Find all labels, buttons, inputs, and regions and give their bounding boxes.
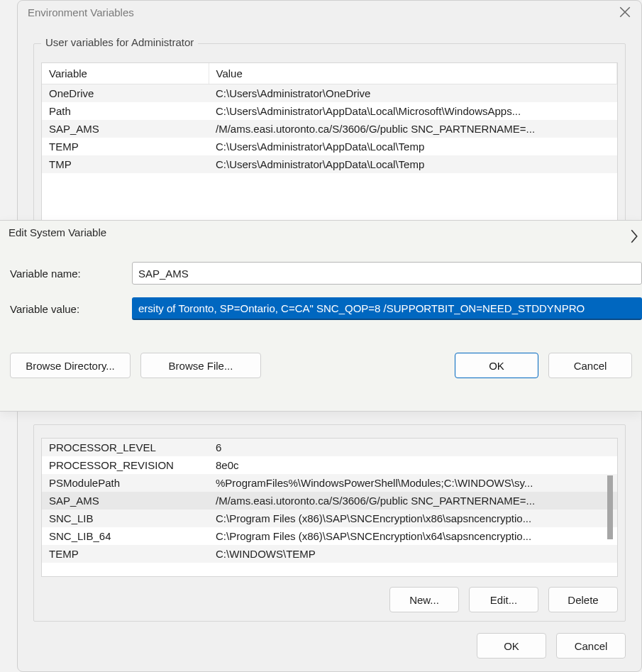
- table-row[interactable]: PSModulePath%ProgramFiles%\WindowsPowerS…: [42, 474, 617, 492]
- env-bottom-bar: OK Cancel: [18, 622, 641, 671]
- cell-variable: SNC_LIB_64: [42, 527, 209, 545]
- cell-value: 6: [209, 439, 617, 456]
- scroll-thumb[interactable]: [607, 475, 613, 539]
- table-row[interactable]: TEMPC:\Users\Administrator\AppData\Local…: [42, 138, 617, 155]
- table-row[interactable]: PathC:\Users\Administrator\AppData\Local…: [42, 102, 617, 120]
- system-variables-table[interactable]: PROCESSOR_LEVEL6PROCESSOR_REVISION8e0cPS…: [41, 438, 618, 577]
- cell-value: C:\Users\Administrator\AppData\Local\Tem…: [209, 155, 617, 173]
- env-title: Environment Variables: [28, 6, 134, 18]
- chevron-right-icon: [629, 229, 639, 243]
- variable-value-input[interactable]: [132, 297, 642, 320]
- cell-variable: SAP_AMS: [42, 120, 209, 138]
- close-icon[interactable]: [619, 6, 631, 18]
- variable-name-input[interactable]: [132, 262, 642, 285]
- cell-value: C:\WINDOWS\TEMP: [209, 545, 617, 563]
- cell-value: %ProgramFiles%\WindowsPowerShell\Modules…: [209, 474, 617, 492]
- system-table-scrollbar[interactable]: [604, 439, 616, 576]
- cell-variable: PROCESSOR_LEVEL: [42, 439, 209, 456]
- env-cancel-button[interactable]: Cancel: [556, 633, 626, 659]
- variable-name-label: Variable name:: [10, 268, 132, 280]
- edit-titlebar: Edit System Variable: [0, 221, 642, 243]
- cell-variable: TMP: [42, 155, 209, 173]
- cell-variable: PSModulePath: [42, 474, 209, 492]
- cell-value: C:\Users\Administrator\OneDrive: [209, 84, 617, 103]
- table-row[interactable]: PROCESSOR_REVISION8e0c: [42, 456, 617, 474]
- env-ok-button[interactable]: OK: [477, 633, 546, 659]
- table-row[interactable]: OneDriveC:\Users\Administrator\OneDrive: [42, 84, 617, 103]
- cell-variable: PROCESSOR_REVISION: [42, 456, 209, 474]
- table-row[interactable]: SNC_LIB_64C:\Program Files (x86)\SAP\SNC…: [42, 527, 617, 545]
- cell-value: 8e0c: [209, 456, 617, 474]
- table-row[interactable]: TEMPC:\WINDOWS\TEMP: [42, 545, 617, 563]
- cell-variable: TEMP: [42, 138, 209, 155]
- variable-value-row: Variable value:: [10, 297, 642, 320]
- cell-variable: SNC_LIB: [42, 509, 209, 527]
- user-variables-table[interactable]: Variable Value OneDriveC:\Users\Administ…: [41, 62, 618, 247]
- table-row[interactable]: SAP_AMS/M/ams.easi.utoronto.ca/S/3606/G/…: [42, 120, 617, 138]
- table-row[interactable]: SNC_LIBC:\Program Files (x86)\SAP\SNCEnc…: [42, 509, 617, 527]
- browse-directory-button[interactable]: Browse Directory...: [10, 353, 131, 378]
- edit-system-variable-dialog: Edit System Variable Variable name: Vari…: [0, 220, 642, 412]
- table-row[interactable]: PROCESSOR_LEVEL6: [42, 439, 617, 456]
- system-delete-button[interactable]: Delete: [548, 587, 618, 612]
- cell-value: C:\Users\Administrator\AppData\Local\Tem…: [209, 138, 617, 155]
- cell-value: /M/ams.easi.utoronto.ca/S/3606/G/public …: [209, 120, 617, 138]
- system-new-button[interactable]: New...: [389, 587, 459, 612]
- variable-name-row: Variable name:: [10, 262, 642, 285]
- column-header-variable[interactable]: Variable: [42, 63, 209, 84]
- env-titlebar: Environment Variables: [18, 1, 641, 23]
- system-variables-group: PROCESSOR_LEVEL6PROCESSOR_REVISION8e0cPS…: [33, 424, 626, 622]
- user-variables-legend: User variables for Administrator: [41, 36, 198, 48]
- edit-cancel-button[interactable]: Cancel: [548, 353, 632, 378]
- cell-value: C:\Users\Administrator\AppData\Local\Mic…: [209, 102, 617, 120]
- table-row[interactable]: SAP_AMS/M/ams.easi.utoronto.ca/S/3606/G/…: [42, 492, 617, 509]
- edit-title: Edit System Variable: [9, 226, 633, 238]
- browse-file-button[interactable]: Browse File...: [140, 353, 261, 378]
- system-edit-button[interactable]: Edit...: [469, 587, 538, 612]
- column-header-value[interactable]: Value: [209, 63, 617, 84]
- cell-value: C:\Program Files (x86)\SAP\SNCEncryption…: [209, 509, 617, 527]
- cell-value: C:\Program Files (x86)\SAP\SNCEncryption…: [209, 527, 617, 545]
- cell-value: /M/ams.easi.utoronto.ca/S/3606/G/public …: [209, 492, 617, 509]
- edit-ok-button[interactable]: OK: [455, 353, 538, 378]
- variable-value-label: Variable value:: [10, 303, 132, 315]
- cell-variable: OneDrive: [42, 84, 209, 103]
- cell-variable: SAP_AMS: [42, 492, 209, 509]
- table-row[interactable]: TMPC:\Users\Administrator\AppData\Local\…: [42, 155, 617, 173]
- cell-variable: TEMP: [42, 545, 209, 563]
- cell-variable: Path: [42, 102, 209, 120]
